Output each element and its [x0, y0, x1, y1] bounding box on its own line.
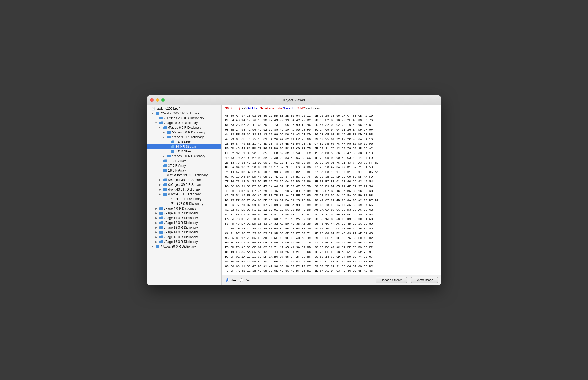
page14-arrow-icon[interactable]: ▶ — [155, 231, 159, 234]
tree-item-font1[interactable]: /Font 1 0 R Dictionary — [147, 197, 221, 201]
hex-line-24: 17 EB 70 A8 71 85 32 88 B3 6A 8D EE AE 6… — [225, 226, 438, 231]
page13-label: /Page 13 0 R Dictionary — [164, 226, 198, 229]
font40-folder-icon — [163, 188, 167, 191]
raw-radio-btn[interactable] — [240, 278, 243, 282]
page10-folder-icon — [159, 212, 163, 215]
tree-item-extgstate[interactable]: /ExtGState 19 0 R Dictionary — [147, 173, 221, 178]
tree-item-font41[interactable]: ▶ /Font 41 0 R Dictionary — [147, 192, 221, 197]
tree-item-page12[interactable]: ▶ /Page 12 0 R Dictionary — [147, 220, 221, 225]
hex-line-1: CF C4 AD 94 17 76 16 10 09 49 70 93 84 4… — [225, 118, 438, 123]
tree-item-page14[interactable]: ▶ /Page 14 0 R Dictionary — [147, 230, 221, 235]
pages8-folder-icon — [159, 121, 163, 124]
close-button[interactable] — [150, 98, 154, 102]
xobj38-folder-icon — [163, 178, 167, 182]
tree-item-arr17[interactable]: 17 0 R Array — [147, 159, 221, 163]
font40-arrow-icon[interactable]: ▶ — [159, 188, 163, 191]
tree-item-page13[interactable]: ▶ /Page 13 0 R Dictionary — [147, 225, 221, 230]
tree-item-font28[interactable]: /Font 28 0 R Dictionary — [147, 201, 221, 206]
hex-line-30: D3 2F 0E 1A E2 21 CB EF 8A B6 07 85 3F 2… — [225, 254, 438, 259]
tree-item-arr37[interactable]: 37 0 R Array — [147, 163, 221, 168]
page10-label: /Page 10 0 R Dictionary — [164, 211, 198, 215]
pages8-arrow-icon[interactable]: ▾ — [155, 122, 159, 124]
tree-item-pages30[interactable]: ▶ /Pages 30 0 R Dictionary — [147, 244, 221, 249]
arr18-label: 18 0 R Array — [168, 169, 186, 172]
hex-radio-option[interactable]: Hex — [226, 278, 236, 282]
page16-folder-icon — [159, 240, 163, 243]
page13-arrow-icon[interactable]: ▶ — [155, 226, 159, 229]
tree-item-catalog[interactable]: ▾ /Catalog 265 0 R Dictionary — [147, 111, 221, 116]
stream36-label: 36 0 R Stream — [176, 145, 196, 149]
pages6b-arrow-icon[interactable]: ▶ — [163, 155, 167, 157]
hex-line-23: F8 FD 48 E7 91 BD E5 53 14 32 A8 B0 40 3… — [225, 221, 438, 226]
page4-arrow-icon[interactable]: ▶ — [155, 207, 159, 210]
tree-item-page15[interactable]: ▶ /Page 15 0 R Dictionary — [147, 235, 221, 239]
page11-folder-icon — [159, 216, 163, 220]
tree-item-stream2[interactable]: 2 0 R Stream — [147, 140, 221, 144]
pages8b-folder-icon — [167, 131, 171, 134]
window-title: Object Viewer — [283, 98, 305, 102]
hex-content[interactable]: 48 89 A4 57 CB 92 DB 36 16 DD EB 2B B0 9… — [222, 112, 441, 275]
hex-line-11: D8 FA 0A 16 C3 50 8E B6 11 17 D9 7E CF F… — [225, 165, 438, 170]
tree-item-page10[interactable]: ▶ /Page 10 0 R Dictionary — [147, 211, 221, 216]
stream3-label: 3 0 R Stream — [176, 150, 194, 153]
pages30-arrow-icon[interactable]: ▶ — [152, 245, 155, 248]
tree-item-stream36[interactable]: 36 0 R Stream — [147, 144, 221, 149]
tree-item-pages8[interactable]: ▾ /Pages 8 0 R Dictionary — [147, 121, 221, 125]
xobj38-arrow-icon[interactable]: ▶ — [159, 179, 163, 181]
content-area: awjune2003.pdf▾ /Catalog 265 0 R Diction… — [147, 105, 441, 285]
tree-item-pages8b[interactable]: ▶ /Pages 8 0 R Dictionary — [147, 130, 221, 135]
tree-item-page4[interactable]: ▶ /Page 4 0 R Dictionary — [147, 206, 221, 211]
tree-item-root[interactable]: awjune2003.pdf — [147, 106, 221, 111]
catalog-arrow-icon[interactable]: ▾ — [152, 112, 155, 115]
page15-arrow-icon[interactable]: ▶ — [155, 236, 159, 238]
page9-label: /Page 9 0 R Dictionary — [172, 135, 204, 139]
hex-line-29: 39 19 E6 85 AA 55 AB 4A 8D 44 C1 25 84 2… — [225, 250, 438, 254]
xobj39-arrow-icon[interactable]: ▶ — [159, 183, 163, 186]
stream2-label: 2 0 R Stream — [176, 140, 194, 144]
page10-arrow-icon[interactable]: ▶ — [155, 212, 159, 215]
tree-item-stream3[interactable]: 3 0 R Stream — [147, 149, 221, 154]
tree-item-xobj39[interactable]: ▶ /XObject 39 0 R Stream — [147, 182, 221, 187]
length-key: /Length — [282, 107, 295, 110]
pages6-arrow-icon[interactable]: ▾ — [159, 126, 163, 129]
font41-arrow-icon[interactable]: ▶ — [159, 193, 163, 196]
minimize-button[interactable] — [156, 98, 159, 102]
tree-item-pages6[interactable]: ▾ /Pages 6 0 R Dictionary — [147, 125, 221, 130]
tree-item-page11[interactable]: ▶ /Page 11 0 R Dictionary — [147, 216, 221, 220]
tree-item-page16[interactable]: ▶ /Page 16 0 R Dictionary — [147, 239, 221, 244]
hex-line-8: FF E2 32 51 38 2C 75 C5 DD FD 50 6C 8B 5… — [225, 151, 438, 156]
view-mode-group: Hex Raw — [226, 278, 251, 282]
hex-radio-btn[interactable] — [226, 278, 229, 282]
show-image-button[interactable]: Show Image — [411, 277, 438, 283]
hex-radio-label: Hex — [230, 278, 236, 282]
root-file-icon — [152, 107, 156, 110]
sidebar-tree[interactable]: awjune2003.pdf▾ /Catalog 265 0 R Diction… — [147, 105, 221, 285]
tree-item-font40[interactable]: ▶ /Font 40 0 R Dictionary — [147, 187, 221, 192]
page12-arrow-icon[interactable]: ▶ — [155, 221, 159, 224]
hex-line-0: 48 89 A4 57 CB 92 DB 36 16 DD EB 2B B0 9… — [225, 113, 438, 118]
page9-arrow-icon[interactable]: ▾ — [163, 136, 167, 138]
font28-label: /Font 28 0 R Dictionary — [171, 202, 203, 206]
hex-line-26: 9B 25 3F 17 7D D5 F5 AD F6 5F 90 9F CE A… — [225, 236, 438, 240]
tree-item-outlines[interactable]: /Outlines 266 0 R Dictionary — [147, 116, 221, 121]
decode-stream-button[interactable]: Decode Stream — [376, 277, 407, 283]
page16-label: /Page 16 0 R Dictionary — [164, 240, 198, 244]
tree-item-xobj38[interactable]: ▶ /XObject 38 0 R Stream — [147, 178, 221, 182]
maximize-button[interactable] — [161, 98, 165, 102]
stream2-folder-icon — [170, 140, 174, 143]
hex-line-6: 2B 19 84 79 BE 11 45 3D 7B 78 57 4B F1 D… — [225, 141, 438, 146]
raw-radio-option[interactable]: Raw — [240, 278, 251, 282]
pages8b-arrow-icon[interactable]: ▶ — [163, 131, 167, 134]
tree-item-page9[interactable]: ▾ /Page 9 0 R Dictionary — [147, 135, 221, 140]
extgstate-label: /ExtGState 19 0 R Dictionary — [167, 173, 208, 177]
resize-divider[interactable] — [221, 105, 222, 285]
tree-item-arr18[interactable]: 18 0 R Array — [147, 168, 221, 173]
page14-label: /Page 14 0 R Dictionary — [164, 230, 198, 234]
hex-line-21: 41 07 AB CA 59 F6 6C FB 13 A7 28 5A 7B 7… — [225, 212, 438, 217]
tree-item-pages6b[interactable]: ▶ /Pages 6 0 R Dictionary — [147, 154, 221, 159]
font1-label: /Font 1 0 R Dictionary — [171, 197, 201, 201]
pages8b-label: /Pages 8 0 R Dictionary — [172, 131, 205, 134]
font40-label: /Font 40 0 R Dictionary — [168, 188, 201, 191]
page11-arrow-icon[interactable]: ▶ — [155, 217, 159, 219]
page16-arrow-icon[interactable]: ▶ — [155, 240, 159, 243]
